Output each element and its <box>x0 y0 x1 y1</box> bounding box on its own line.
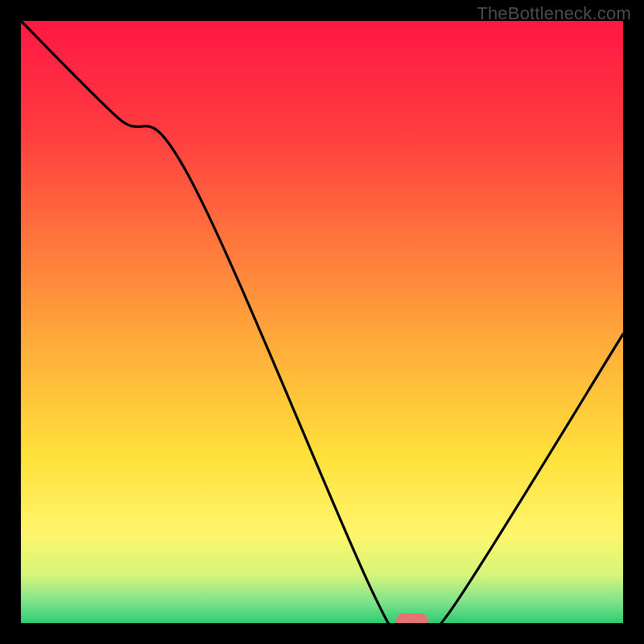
plot-area <box>21 21 623 623</box>
watermark-text: TheBottleneck.com <box>477 3 631 24</box>
chart-frame: TheBottleneck.com <box>0 0 644 644</box>
bottleneck-curve <box>21 21 623 623</box>
optimal-marker <box>396 613 428 623</box>
